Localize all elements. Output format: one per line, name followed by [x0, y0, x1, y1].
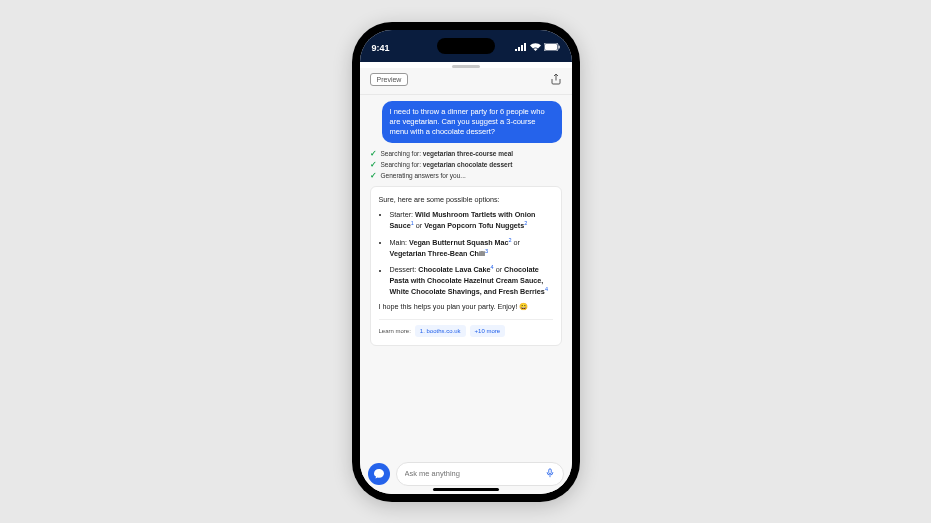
clock: 9:41	[372, 43, 390, 53]
answer-intro: Sure, here are some possible options:	[379, 195, 553, 205]
assistant-answer-card: Sure, here are some possible options: St…	[370, 186, 562, 346]
citation-link[interactable]: 4	[491, 264, 494, 270]
list-item: Starter: Wild Mushroom Tartlets with Oni…	[390, 210, 553, 232]
dynamic-island	[437, 38, 495, 54]
citation-link[interactable]: 4	[545, 286, 548, 292]
learn-more-row: Learn more: 1. booths.co.uk +10 more	[379, 319, 553, 337]
svg-rect-2	[521, 45, 523, 51]
list-item: Dessert: Chocolate Lava Cake4 or Chocola…	[390, 264, 553, 297]
battery-icon	[544, 43, 560, 53]
citation-link[interactable]: 3	[485, 248, 488, 254]
citation-link[interactable]: 2	[509, 237, 512, 243]
phone-screen: 9:41 Preview I need to throw a dinne	[360, 30, 572, 494]
check-icon: ✓	[370, 149, 377, 158]
status-line: ✓ Searching for: vegetarian chocolate de…	[370, 160, 562, 169]
citation-link[interactable]: 2	[524, 220, 527, 226]
phone-frame: 9:41 Preview I need to throw a dinne	[352, 22, 580, 502]
header-bar: Preview	[360, 68, 572, 95]
learn-more-label: Learn more:	[379, 327, 411, 335]
wifi-icon	[530, 43, 541, 53]
signal-icon	[515, 43, 527, 53]
share-icon[interactable]	[550, 71, 562, 89]
answer-outro: I hope this helps you plan your party. E…	[379, 302, 553, 312]
check-icon: ✓	[370, 171, 377, 180]
mic-icon[interactable]	[545, 465, 555, 483]
chat-input-pill[interactable]	[396, 462, 564, 486]
answer-list: Starter: Wild Mushroom Tartlets with Oni…	[379, 210, 553, 298]
svg-rect-3	[524, 43, 526, 51]
svg-rect-6	[558, 46, 559, 49]
check-icon: ✓	[370, 160, 377, 169]
svg-rect-8	[548, 468, 551, 473]
svg-rect-1	[518, 47, 520, 51]
status-line: ✓ Searching for: vegetarian three-course…	[370, 149, 562, 158]
status-line: ✓ Generating answers for you...	[370, 171, 562, 180]
list-item: Main: Vegan Butternut Squash Mac2 or Veg…	[390, 237, 553, 260]
new-topic-button[interactable]	[368, 463, 390, 485]
user-message-bubble: I need to throw a dinner party for 6 peo…	[382, 101, 562, 143]
learn-more-more[interactable]: +10 more	[470, 325, 506, 337]
citation-link[interactable]: 1	[411, 220, 414, 226]
chat-input[interactable]	[405, 469, 540, 478]
search-status-block: ✓ Searching for: vegetarian three-course…	[370, 149, 562, 180]
svg-rect-0	[515, 49, 517, 51]
preview-badge: Preview	[370, 73, 409, 86]
home-indicator[interactable]	[433, 488, 499, 491]
learn-more-link[interactable]: 1. booths.co.uk	[415, 325, 466, 337]
chat-area[interactable]: I need to throw a dinner party for 6 peo…	[360, 95, 572, 456]
svg-rect-5	[545, 44, 557, 50]
